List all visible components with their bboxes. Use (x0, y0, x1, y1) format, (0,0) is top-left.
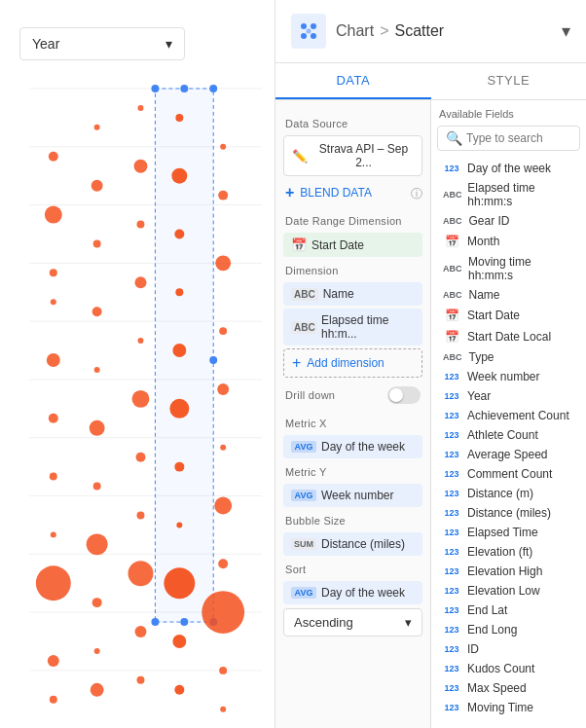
field-name: Athlete Count (467, 428, 538, 442)
tab-data[interactable]: DATA (275, 63, 431, 99)
metric-x-chip[interactable]: AVG Day of the week (283, 435, 422, 458)
field-type-icon: 123 (441, 546, 462, 558)
calendar-icon: 📅 (291, 237, 307, 252)
info-icon[interactable]: ⓘ (411, 186, 422, 202)
svg-point-58 (174, 462, 184, 472)
search-box[interactable]: 🔍 (437, 126, 580, 151)
chart-panel: Year ▾ (0, 0, 275, 728)
field-item[interactable]: ABCType (437, 347, 580, 367)
svg-point-20 (45, 206, 62, 224)
field-item[interactable]: 123End Long (437, 620, 580, 639)
field-item[interactable]: 📅Start Date (437, 305, 580, 326)
svg-point-78 (307, 29, 311, 34)
sort-chip[interactable]: AVG Day of the week (283, 581, 422, 604)
add-icon: + (292, 354, 301, 372)
field-item[interactable]: ABCGear ID (437, 211, 580, 231)
metric-y-label: Metric Y (285, 466, 422, 478)
svg-point-15 (209, 356, 217, 364)
field-item[interactable]: 123Year (437, 386, 580, 406)
date-range-value: Start Date (311, 238, 364, 252)
add-dimension-button[interactable]: + Add dimension (283, 348, 422, 378)
data-source-button[interactable]: ✏️ Strava API – Sep 2... (283, 135, 422, 176)
field-item[interactable]: 123Achievement Count (437, 406, 580, 425)
svg-point-40 (91, 683, 104, 697)
panel-header: Chart > Scatter ▾ (275, 0, 586, 63)
field-name: Elevation Low (467, 584, 540, 598)
field-item[interactable]: ABCElapsed time hh:mm:s (437, 178, 580, 211)
svg-point-28 (48, 655, 59, 667)
field-item[interactable]: 123Athlete Count (437, 425, 580, 445)
chart-icon (291, 14, 326, 49)
header-left: Chart > Scatter (291, 14, 444, 49)
svg-point-63 (220, 144, 226, 150)
svg-point-41 (137, 105, 143, 111)
field-item[interactable]: ABCName (437, 285, 580, 305)
field-name: ID (467, 642, 479, 656)
search-input[interactable] (466, 131, 586, 145)
metric-x-type: AVG (291, 441, 316, 453)
blend-data-button[interactable]: + BLEND DATA (283, 180, 374, 205)
tab-style[interactable]: STYLE (431, 63, 587, 99)
field-item[interactable]: 123End Lat (437, 601, 580, 620)
bubble-size-chip[interactable]: SUM Distance (miles) (283, 532, 422, 556)
field-item[interactable]: ABCMoving time hh:mm:s (437, 252, 580, 285)
year-label: Year (32, 36, 59, 52)
field-type-icon: 📅 (441, 329, 462, 345)
metric-x-label: Metric X (285, 418, 422, 429)
field-name: Elapsed Time (467, 526, 538, 539)
bubble-size-value: Distance (miles) (321, 537, 405, 551)
field-type-icon: 123 (441, 163, 462, 174)
field-item[interactable]: 123Day of the week (437, 159, 580, 178)
svg-point-19 (49, 152, 58, 162)
svg-point-75 (311, 23, 316, 29)
field-item[interactable]: 123Elevation Low (437, 581, 580, 601)
field-item[interactable]: 123Comment Count (437, 464, 580, 484)
field-type-icon: 123 (441, 429, 462, 441)
field-item[interactable]: 123Elapsed Time (437, 523, 580, 542)
field-item[interactable]: 123Week number (437, 367, 580, 386)
field-item[interactable]: 📅Start Date Local (437, 326, 580, 347)
year-selector[interactable]: Year ▾ (19, 27, 185, 60)
field-item[interactable]: 123Kudos Count (437, 659, 580, 678)
field-item[interactable]: 📅Month (437, 231, 580, 252)
fields-list: 123Day of the weekABCElapsed time hh:mm:… (437, 159, 580, 717)
field-item[interactable]: 123Max Speed (437, 678, 580, 698)
field-item[interactable]: 123Average Speed (437, 445, 580, 464)
field-type-icon: 123 (441, 604, 462, 616)
field-name: Name (469, 288, 500, 302)
metric-y-chip[interactable]: AVG Week number (283, 484, 422, 507)
svg-point-23 (47, 353, 60, 367)
field-item[interactable]: 123Distance (miles) (437, 503, 580, 523)
field-type-icon: 123 (441, 449, 462, 460)
field-item[interactable]: 123Elevation High (437, 562, 580, 581)
field-item[interactable]: 123Moving Time (437, 698, 580, 717)
field-name: Elapsed time hh:mm:s (467, 181, 576, 208)
dimension-1-chip[interactable]: ABC Name (283, 282, 422, 306)
svg-point-31 (92, 180, 103, 192)
svg-point-53 (171, 168, 187, 184)
field-item[interactable]: 123Distance (m) (437, 484, 580, 503)
svg-rect-11 (155, 89, 213, 622)
plus-icon: + (285, 184, 294, 201)
metric-y-value: Week number (321, 489, 393, 502)
date-range-chip[interactable]: 📅 Start Date (283, 233, 422, 257)
svg-point-43 (137, 221, 145, 229)
svg-point-68 (220, 445, 226, 451)
field-item[interactable]: 123Elevation (ft) (437, 542, 580, 562)
field-name: Day of the week (467, 162, 551, 175)
field-name: Elevation High (467, 564, 542, 578)
field-item[interactable]: 123ID (437, 639, 580, 659)
breadcrumb: Chart > Scatter (336, 22, 444, 40)
ascending-dropdown[interactable]: Ascending ▾ (283, 608, 422, 637)
date-range-label: Date Range Dimension (285, 215, 422, 227)
svg-point-57 (169, 399, 189, 419)
drill-down-row: Drill down (283, 381, 422, 410)
chevron-down-icon[interactable]: ▾ (562, 20, 570, 42)
metric-x-value: Day of the week (321, 440, 405, 454)
svg-point-32 (93, 239, 101, 247)
field-name: Achievement Count (467, 409, 569, 422)
field-type-icon: 123 (441, 702, 462, 713)
dimension-2-chip[interactable]: ABC Elapsed time hh:m... (283, 309, 422, 346)
drill-down-toggle[interactable] (387, 386, 421, 404)
add-dimension-label: Add dimension (307, 356, 384, 370)
